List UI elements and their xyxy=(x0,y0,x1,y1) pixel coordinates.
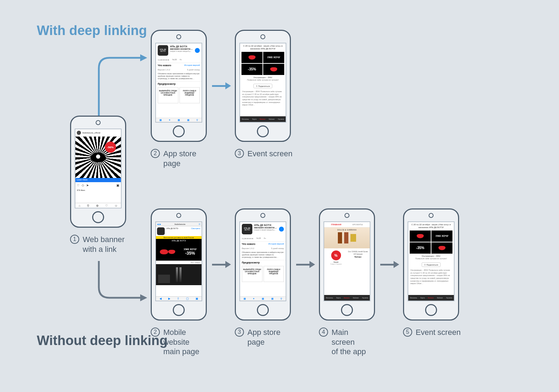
arrow-bot-3 xyxy=(380,261,399,268)
arrow-curve-down xyxy=(95,259,148,303)
lips-icon xyxy=(431,242,452,254)
arrow-curve-up xyxy=(95,54,148,119)
ig-header: iledebeaute_official xyxy=(75,129,121,137)
app-icon: ИЛЬ ДЕ БОТЭ xyxy=(242,224,252,234)
phone-bot-event: С 20 по 22 октября - акция «Уже хочу» в … xyxy=(403,208,459,321)
phone-bot-mainapp: ГЛАВНАЯАРОМАТЫ %АкцииСкидки и подарки Di… xyxy=(319,208,375,321)
appstore-tabbar: ▦✦▦▦⚲ xyxy=(240,296,286,301)
preview-card-1: ВЫБИРАЙТЕ СРЕДИ 120 ИЗВЕСТНЫХ БРЕНДОВ xyxy=(158,87,178,103)
app-title: ИЛЬ ДЕ БОТЭ: магазин космети… xyxy=(170,45,193,50)
promo-row: %АкцииСкидки и подарки Dior CHANEL benef… xyxy=(324,248,370,267)
get-button-icon xyxy=(195,48,200,53)
cta-bar: Learn More xyxy=(75,178,121,182)
svg-marker-0 xyxy=(140,54,147,61)
step-num-1: 1 xyxy=(70,235,79,244)
ig-tabbar: ⌂⚲⊕♡☺ xyxy=(75,203,121,208)
step-1: 1 Web bannerwith a link xyxy=(70,235,124,254)
app-description: Обновите наше приложение и найдите внутр… xyxy=(156,72,202,81)
phone-bot-mobileweb: ◀▶iledebeaute⟳ ИЛЬ ДЕ БОТЭ Смотреть Бесп… xyxy=(151,208,207,321)
app-icon: ИЛЬ ДЕ БОТЭ xyxy=(158,45,168,56)
brands-cell: Dior CHANEL benefit Более 120 брендовБре… xyxy=(348,250,368,265)
step-label-1: Web bannerwith a link xyxy=(83,235,124,254)
mw-banner: УЖЕ ХОЧУ-35% xyxy=(156,243,202,261)
screen-mobileweb: ◀▶iledebeaute⟳ ИЛЬ ДЕ БОТЭ Смотреть Бесп… xyxy=(155,221,202,301)
percent-icon: % xyxy=(331,250,341,260)
screen-mainapp: ГЛАВНАЯАРОМАТЫ %АкцииСкидки и подарки Di… xyxy=(323,221,370,301)
event-title: С 20 по 22 октября - акция «Уже хочу» в … xyxy=(240,43,286,52)
appstore-tabbar: ▦✦▦▦⚲ xyxy=(156,118,202,122)
screen-appstore-top: ИЛЬ ДЕ БОТЭ ИЛЬ ДЕ БОТЭ: магазин космети… xyxy=(155,43,202,123)
screen-appstore-bot: ИЛЬ ДЕ БОТЭ ИЛЬ ДЕ БОТЭ: магазин космети… xyxy=(239,221,286,301)
app-tabbar: МагазиныКартаКаталогКабинетКорзина xyxy=(324,295,370,301)
phone-top-event: С 20 по 22 октября - акция «Уже хочу» в … xyxy=(235,30,291,142)
title-without: Without deep linking xyxy=(37,333,168,349)
title-with: With deep linking xyxy=(37,23,147,39)
history-link: История версий xyxy=(184,64,200,66)
promo-strip: Бесплатная доставка по всей России xyxy=(156,236,202,239)
step-bot-3: 3 App storepage xyxy=(235,328,280,347)
arrow-bot-2 xyxy=(296,261,315,268)
step-bot-4: 4 Mainscreenof the app xyxy=(319,328,366,357)
lips-icon xyxy=(241,52,263,63)
app-tabbar: МагазиныКартаКаталогКабинетКорзина xyxy=(408,295,454,301)
ig-action-icons: ♡◇➤▣ xyxy=(75,182,121,188)
uhe-badge: УЖЕ ХОЧУ xyxy=(263,52,284,63)
step-top-2: 2 App storepage xyxy=(151,149,196,168)
safari-topbar: ◀▶iledebeaute⟳ xyxy=(156,222,202,226)
mw-product xyxy=(156,264,202,285)
whats-new: Что нового xyxy=(158,64,171,67)
get-button-icon xyxy=(279,227,284,232)
safari-tabbar: ◀▶⇧▢▣ xyxy=(156,296,202,301)
eye-logo-icon xyxy=(90,152,106,162)
share-button: ⇪ Поделиться xyxy=(253,84,272,88)
event-body: Ультраакции – 35%! Позвольте себе лучшее… xyxy=(240,89,286,108)
app-tabbar: МагазиныКартаКаталогКабинетКорзина xyxy=(240,116,286,122)
brand-bar: ИЛЬ ДЕ БОТЭ xyxy=(156,239,202,243)
preview-card-2: ПОЛУЧ СКИД И ИНДИВИДУ ПРЕДЛОЖ xyxy=(179,87,200,103)
step-top-3: 3 Event screen xyxy=(235,149,292,159)
event-grid: УЖЕ ХОЧУ -35% xyxy=(240,52,286,75)
app-icon xyxy=(157,227,165,235)
arrow-bot-1 xyxy=(212,261,231,268)
ig-account: iledebeaute_official xyxy=(82,132,100,134)
hero-banner xyxy=(324,227,370,248)
event-promo: Ультраакции – 35%!Позвольте себе лучшее … xyxy=(240,75,286,83)
step-bot-2: 2 Mobilewebsitemain page xyxy=(151,328,199,357)
app-subtitle: скидки и акции каждый д… xyxy=(170,50,193,52)
phone-top-appstore: ИЛЬ ДЕ БОТЭ ИЛЬ ДЕ БОТЭ: магазин космети… xyxy=(151,30,207,142)
view-link: Смотреть xyxy=(191,227,200,235)
avatar-icon xyxy=(77,131,81,135)
mw-app-title: ИЛЬ ДЕ БОТЭ xyxy=(166,227,189,235)
phone-bot-appstore: ИЛЬ ДЕ БОТЭ ИЛЬ ДЕ БОТЭ: магазин космети… xyxy=(235,208,291,321)
lips-icon xyxy=(410,231,431,242)
preview-label: Предпросмотр xyxy=(158,83,176,85)
arrow-top-1 xyxy=(212,82,231,89)
lips-icon xyxy=(263,64,284,75)
ig-likes: 376 likes xyxy=(75,188,121,192)
app-topnav: ГЛАВНАЯАРОМАТЫ xyxy=(324,222,370,227)
all-products-link: Все товары xyxy=(156,261,202,264)
screen-event-bot: С 20 по 22 октября - акция «Уже хочу» в … xyxy=(408,221,455,301)
phone-web-banner: iledebeaute_official -50% Learn More ♡◇➤… xyxy=(70,116,126,228)
screen-instagram: iledebeaute_official -50% Learn More ♡◇➤… xyxy=(75,129,122,208)
discount-badge: -35% xyxy=(241,64,263,75)
app-stats: 4,6★★★★★№284+ xyxy=(156,57,202,62)
screen-event-top: С 20 по 22 октября - акция «Уже хочу» в … xyxy=(239,43,286,123)
ig-banner-image: -50% xyxy=(75,137,121,178)
svg-marker-1 xyxy=(140,294,147,301)
discount-badge: -50% xyxy=(105,142,116,153)
share-button: ⇪ Поделиться xyxy=(422,262,441,267)
step-bot-5: 5 Event screen xyxy=(403,328,461,337)
